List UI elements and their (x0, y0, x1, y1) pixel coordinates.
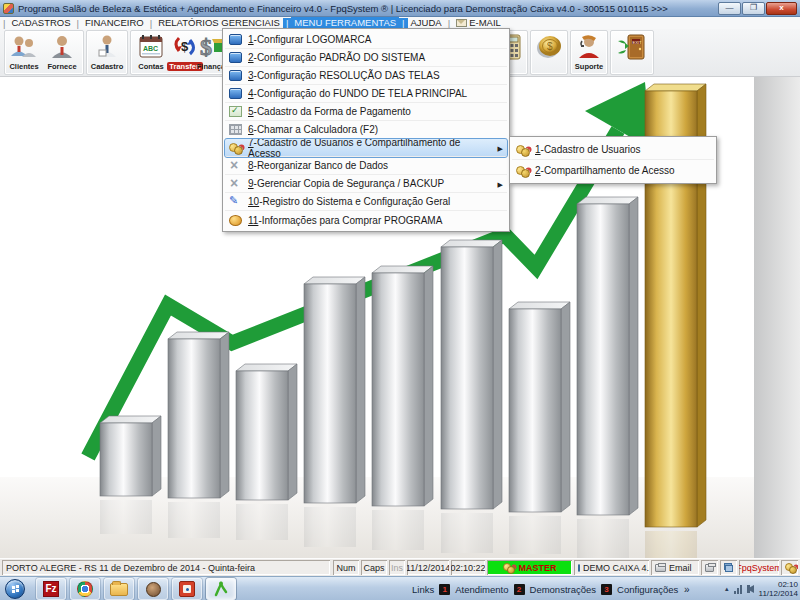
suporte-label: Suporte (572, 62, 606, 71)
accounts-calendar-icon: ABC (133, 31, 169, 62)
taskbar-explorer-button[interactable] (104, 578, 134, 600)
filezilla-icon: Fz (43, 581, 59, 597)
sair-button[interactable]: EXIT (613, 31, 651, 73)
printer-icon (705, 564, 714, 572)
computer-icon (578, 564, 580, 572)
taskbar-app4-button[interactable] (138, 578, 168, 600)
svg-text:ABC: ABC (143, 45, 158, 52)
menu-ferramentas-dropdown: 1-Configurar LOGOMARCA 2-Configuração PA… (222, 28, 510, 232)
menu-item-label: 9-Gerenciar Copia de Segurança / BACKUP (248, 178, 444, 189)
status-access (781, 560, 798, 575)
suporte-button[interactable]: Suporte (572, 31, 606, 73)
status-user: MASTER (487, 560, 572, 575)
submenu-item-compartilhamento[interactable]: 2-Compartilhamento de Acesso (512, 160, 714, 181)
menu-item-fundo-tela[interactable]: 4-Configuração do FUNDO DE TELA PRINCIPA… (225, 85, 507, 103)
taskbar-chrome-button[interactable] (70, 578, 100, 600)
keys-icon (503, 562, 516, 573)
menu-item-label: 2-Configuração PADRÃO DO SISTEMA (248, 52, 425, 63)
menu-item-registro-sistema[interactable]: 10-Registro do Sistema e Configuração Ge… (225, 193, 507, 211)
menu-item-cadastro-usuarios[interactable]: 7-Cadastro de Usuarios e Compartilhament… (225, 139, 507, 157)
menu-item-backup[interactable]: 9-Gerenciar Copia de Segurança / BACKUP▶ (225, 175, 507, 193)
status-network[interactable] (720, 560, 737, 575)
taskbar: Fz Links 1 Atendimento 2 Demonstrações 3… (0, 576, 800, 600)
menu-item-reorganizar-banco[interactable]: 8-Reorganizar Banco de Dados (225, 157, 507, 175)
submenu-arrow-icon: ▶ (498, 180, 503, 187)
menu-item-label: 3-Configuração RESOLUÇÃO DAS TELAS (248, 70, 440, 81)
shortcut-demonstracoes[interactable]: Demonstrações (530, 584, 597, 595)
menu-separator: | (445, 18, 453, 29)
support-icon (572, 31, 606, 62)
usuarios-submenu: 1-Cadastro de Usuarios 2-Compartilhament… (509, 136, 717, 184)
tools-icon (229, 160, 242, 171)
start-button[interactable] (5, 579, 25, 599)
taskbar-filezilla-button[interactable]: Fz (36, 578, 66, 600)
screen-icon (229, 88, 242, 99)
status-email[interactable]: Email (651, 560, 699, 575)
speaker-icon[interactable] (747, 585, 754, 593)
menu-item-forma-pagamento[interactable]: 5-Cadastro da Forma de Pagamento (225, 103, 507, 121)
clientes-button[interactable]: Clientes (6, 31, 42, 73)
screen-icon (229, 34, 242, 45)
shortcut-atendimento[interactable]: Atendimento (455, 584, 508, 595)
system-tray: ▴ 02:10 11/12/2014 (725, 577, 798, 600)
menu-item-label: 7-Cadastro de Usuarios e Compartilhament… (248, 137, 491, 159)
taskbar-fpqsystem-button[interactable] (206, 578, 236, 600)
hand-icon (229, 106, 242, 117)
menu-item-padrao-sistema[interactable]: 2-Configuração PADRÃO DO SISTEMA (225, 49, 507, 67)
status-caps-lock: Caps (361, 560, 387, 575)
person-app-icon (146, 582, 161, 597)
submenu-item-cadastro-usuarios[interactable]: 1-Cadastro de Usuarios (512, 139, 714, 160)
fornecedores-button[interactable]: Fornece (44, 31, 80, 73)
folder-icon (110, 583, 128, 596)
cadastro-button[interactable]: Cadastro (89, 31, 125, 73)
clients-icon (6, 31, 42, 62)
status-print[interactable] (701, 560, 718, 575)
status-bar: PORTO ALEGRE - RS 11 de Dezembro de 2014… (0, 558, 800, 576)
moeda-button[interactable]: $ (532, 31, 566, 73)
menu-item-configurar-logomarca[interactable]: 1-Configurar LOGOMARCA (225, 31, 507, 49)
minimize-button[interactable]: — (718, 2, 741, 15)
status-location: PORTO ALEGRE - RS 11 de Dezembro de 2014… (2, 560, 330, 575)
shortcut-configuracoes[interactable]: Configurações (617, 584, 678, 595)
menu-item-comprar-programa[interactable]: 11-Informações para Comprar PROGRAMA (225, 211, 507, 229)
image-viewer-icon (179, 581, 195, 597)
close-button[interactable]: x (766, 2, 797, 15)
status-database: DEMO CAIXA 4.0 (574, 560, 649, 575)
status-time: 02:10:22 (451, 560, 485, 575)
links-overflow-chevron[interactable]: » (684, 577, 690, 600)
keys-icon (229, 142, 242, 153)
submenu-arrow-icon: ▶ (498, 144, 503, 151)
menu-financeiro[interactable]: FINANCEIRO (82, 17, 147, 29)
taskbar-viewer-button[interactable] (172, 578, 202, 600)
menu-item-label: 1-Configurar LOGOMARCA (248, 34, 371, 45)
taskbar-clock[interactable]: 02:10 11/12/2014 (759, 580, 798, 598)
calculator-icon (229, 124, 242, 135)
menu-item-label: 6-Chamar a Calculadora (F2) (248, 124, 378, 135)
application-window: Programa Salão de Beleza & Estética + Ag… (0, 0, 800, 600)
menu-cadastros[interactable]: CADASTROS (8, 17, 73, 29)
keys-icon (516, 144, 529, 155)
fornecedores-label: Fornece (44, 62, 80, 71)
hidden-icons-chevron[interactable]: ▴ (725, 585, 729, 593)
register-icon (89, 31, 125, 62)
clientes-label: Clientes (6, 62, 42, 71)
coin-icon: $ (532, 31, 566, 62)
keys-icon (785, 562, 794, 573)
menu-item-resolucao-telas[interactable]: 3-Configuração RESOLUÇÃO DAS TELAS (225, 67, 507, 85)
network-signal-icon[interactable] (734, 584, 742, 594)
screen-icon (229, 52, 242, 63)
contas-button[interactable]: ABC Contas (133, 31, 169, 73)
shortcut-badge-2: 2 (514, 584, 525, 595)
menu-item-label: 4-Configuração do FUNDO DE TELA PRINCIPA… (248, 88, 467, 99)
tools-icon (229, 178, 242, 189)
fpqsystem-app-icon (212, 580, 230, 598)
restore-button[interactable]: ❐ (742, 2, 765, 15)
links-toolbar: Links 1 Atendimento 2 Demonstrações 3 Co… (412, 577, 678, 600)
menu-separator: | (283, 18, 291, 29)
menu-item-label: 10-Registro do Sistema e Configuração Ge… (248, 196, 450, 207)
email-icon (456, 19, 467, 27)
svg-text:$: $ (200, 34, 212, 60)
network-icon (724, 563, 733, 572)
contas-label: Contas (133, 62, 169, 71)
menu-item-label: 5-Cadastro da Forma de Pagamento (248, 106, 411, 117)
